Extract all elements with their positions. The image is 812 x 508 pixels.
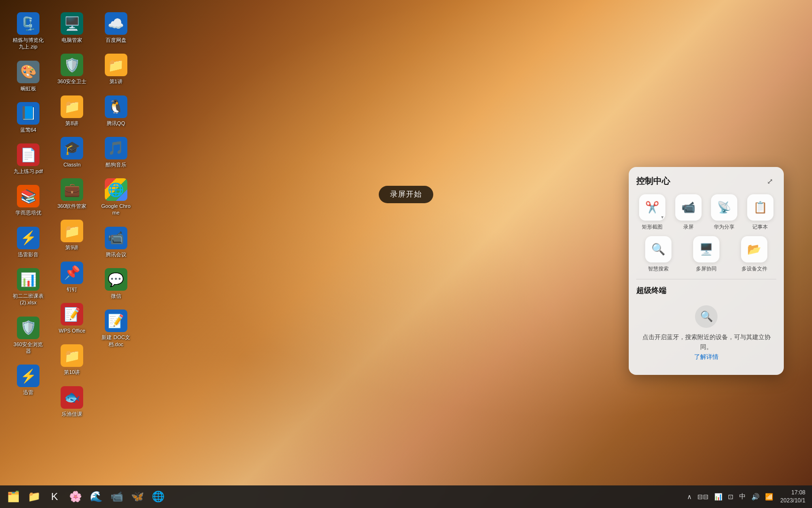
taskbar-edge[interactable]: 🌊: [86, 487, 105, 506]
icon-folder10[interactable]: 📁第10讲: [53, 341, 91, 378]
icon-newdoc[interactable]: 📝新建 DOC文档.doc: [97, 307, 135, 350]
icon-tencentqq[interactable]: 🐧腾讯QQ: [97, 93, 135, 129]
icon-chrome[interactable]: 🌐Google Chrome: [97, 175, 135, 219]
desktop-icons-container: 🗜️精炼与博览化 九上.zip🎨畹虹板📘蓝莺64📄九上练习.pdf📚学而思培优⚡…: [9, 9, 136, 433]
icon-folder10-image: 📁: [61, 344, 83, 367]
icon-excel[interactable]: 📊初二二班课表(2).xlsx: [9, 265, 47, 309]
icon-wps-image: 📝: [61, 303, 83, 325]
quick-actions-grid-2: 🔍智慧搜索🖥️多屏协同📂多设备文件: [636, 236, 776, 272]
icon-xunlei2-label: 迅雷: [23, 389, 33, 396]
icon-zip[interactable]: 🗜️精炼与博览化 九上.zip: [9, 9, 47, 53]
quick-action2-label-multiscreen: 多屏协同: [696, 265, 717, 272]
quick-action2-btn-multidevice[interactable]: 📂: [741, 236, 767, 262]
quick-action2-multidevice[interactable]: 📂多设备文件: [732, 236, 776, 272]
icon-pdf-label: 九上练习.pdf: [14, 168, 43, 175]
quick-action-btn-screenshot[interactable]: ✂️: [639, 194, 665, 221]
icon-classin[interactable]: 🎓ClassIn: [53, 134, 91, 171]
quick-action2-btn-smart-search[interactable]: 🔍: [645, 236, 671, 262]
icon-pcmgr[interactable]: 🖥️电脑管家: [53, 9, 91, 46]
icon-tencentmeeting[interactable]: 📹腾讯会议: [97, 224, 135, 261]
icon-360guard[interactable]: 🛡️360安全卫士: [53, 51, 91, 87]
icon-sketchpad[interactable]: 🎨畹虹板: [9, 58, 47, 95]
taskbar-folder[interactable]: 📁: [24, 487, 43, 506]
tray-perf[interactable]: 📊: [712, 491, 724, 502]
icon-xuesi[interactable]: 📚学而思培优: [9, 182, 47, 219]
icon-folder9-label: 第9讲: [65, 244, 78, 251]
tray-network-manage[interactable]: ⊟⊟: [695, 491, 710, 502]
icon-360browser-label: 360安全浏览器: [12, 341, 44, 355]
icon-wechat[interactable]: 💬微信: [97, 265, 135, 302]
terminal-bluetooth-search-icon[interactable]: 🔍: [695, 305, 718, 328]
quick-actions-grid: ✂️矩形截图📹录屏📡华为分享📋记事本: [636, 194, 776, 230]
icon-newdoc-image: 📝: [105, 310, 127, 332]
icon-lanying64-label: 蓝莺64: [20, 127, 36, 133]
icon-baidu[interactable]: ☁️百度网盘: [97, 9, 135, 46]
quick-action2-btn-multiscreen[interactable]: 🖥️: [693, 236, 719, 262]
icon-360soft[interactable]: 💼360软件管家: [53, 175, 91, 212]
super-terminal-learn-more-link[interactable]: 了解详情: [694, 353, 718, 360]
clock-date: 2023/10/1: [781, 497, 805, 505]
quick-action2-smart-search[interactable]: 🔍智慧搜索: [636, 236, 680, 272]
icon-excel-image: 📊: [17, 268, 39, 291]
icon-wechat-label: 微信: [111, 293, 121, 299]
desktop: 🗜️精炼与博览化 九上.zip🎨畹虹板📘蓝莺64📄九上练习.pdf📚学而思培优⚡…: [0, 0, 812, 508]
quick-action-btn-record[interactable]: 📹: [675, 194, 702, 221]
taskbar-kaka[interactable]: K: [45, 487, 64, 506]
icon-xunlei[interactable]: ⚡迅雷影音: [9, 224, 47, 261]
quick-action-screenshot[interactable]: ✂️矩形截图: [636, 194, 669, 230]
icon-folder8[interactable]: 📁第8讲: [53, 93, 91, 129]
icon-xunlei2[interactable]: ⚡迅雷: [9, 362, 47, 398]
icon-folder9[interactable]: 📁第9讲: [53, 217, 91, 254]
icon-pdf[interactable]: 📄九上练习.pdf: [9, 141, 47, 177]
icon-wps-label: WPS Office: [59, 327, 86, 334]
icon-360soft-image: 💼: [61, 178, 83, 201]
control-center-panel: 控制中心 ⤢ ✂️矩形截图📹录屏📡华为分享📋记事本 🔍智慧搜索🖥️多屏协同📂多设…: [629, 167, 784, 375]
icon-sketchpad-label: 畹虹板: [21, 85, 36, 92]
icon-dingding[interactable]: 📌钉钉: [53, 259, 91, 295]
icon-xuesi-label: 学而思培优: [16, 209, 41, 216]
control-center-expand-button[interactable]: ⤢: [763, 175, 776, 188]
icon-zip-image: 🗜️: [17, 12, 39, 35]
super-terminal-content: 🔍 点击开启蓝牙，搜索附近的设备，可与其建立协同。 了解详情: [636, 302, 776, 365]
icon-wps[interactable]: 📝WPS Office: [53, 300, 91, 337]
icon-lanying64[interactable]: 📘蓝莺64: [9, 99, 47, 136]
quick-action2-multiscreen[interactable]: 🖥️多屏协同: [684, 236, 728, 272]
super-terminal-section: 超级终端 🔍 点击开启蓝牙，搜索附近的设备，可与其建立协同。 了解详情: [636, 284, 776, 367]
icon-kugou-label: 酷狗音乐: [106, 161, 126, 168]
tray-speaker[interactable]: 🔊: [750, 491, 761, 502]
tray-input[interactable]: 中: [737, 491, 748, 503]
quick-action-label-record: 录屏: [683, 223, 694, 230]
icon-360browser[interactable]: 🛡️360安全浏览器: [9, 314, 47, 357]
icon-tencentqq-image: 🐧: [105, 95, 127, 118]
quick-action-record[interactable]: 📹录屏: [672, 194, 705, 230]
quick-action-notes[interactable]: 📋记事本: [744, 194, 777, 230]
icon-excel-label: 初二二班课表(2).xlsx: [12, 293, 44, 306]
icon-leyueke[interactable]: 🐟乐渔佳课: [53, 383, 91, 420]
taskbar-clock: 17:08 2023/10/1: [778, 488, 808, 506]
icon-360guard-image: 🛡️: [61, 54, 83, 76]
tray-screen[interactable]: ⊡: [726, 491, 735, 502]
icon-lanying64-image: 📘: [17, 102, 39, 125]
tray-up[interactable]: ∧: [685, 491, 694, 502]
icon-kugou-image: 🎵: [105, 137, 127, 159]
icon-dingding-image: 📌: [61, 262, 83, 284]
taskbar-meeting2[interactable]: 📹: [107, 487, 126, 506]
icon-folder1[interactable]: 📁第1讲: [97, 51, 135, 87]
taskbar-wing[interactable]: 🦋: [128, 487, 147, 506]
quick-action-btn-huawei-share[interactable]: 📡: [711, 194, 737, 221]
control-center-header: 控制中心 ⤢: [636, 175, 776, 188]
icon-kugou[interactable]: 🎵酷狗音乐: [97, 134, 135, 171]
taskbar-tray: ∧⊟⊟📊⊡中🔊📶 17:08 2023/10/1: [685, 488, 808, 506]
icon-wechat-image: 💬: [105, 268, 127, 291]
taskbar-files[interactable]: 🗂️: [4, 487, 23, 506]
taskbar-huawei[interactable]: 🌸: [66, 487, 85, 506]
icon-tencentmeeting-label: 腾讯会议: [106, 251, 126, 258]
quick-action-btn-notes[interactable]: 📋: [747, 194, 773, 221]
quick-action-huawei-share[interactable]: 📡华为分享: [708, 194, 741, 230]
tray-wifi[interactable]: 📶: [763, 491, 775, 502]
icon-dingding-label: 钉钉: [67, 286, 77, 293]
taskbar-chrome[interactable]: 🌐: [148, 487, 167, 506]
icon-pcmgr-label: 电脑管家: [62, 37, 82, 43]
icon-leyueke-label: 乐渔佳课: [62, 411, 82, 417]
icon-folder10-label: 第10讲: [64, 369, 80, 375]
